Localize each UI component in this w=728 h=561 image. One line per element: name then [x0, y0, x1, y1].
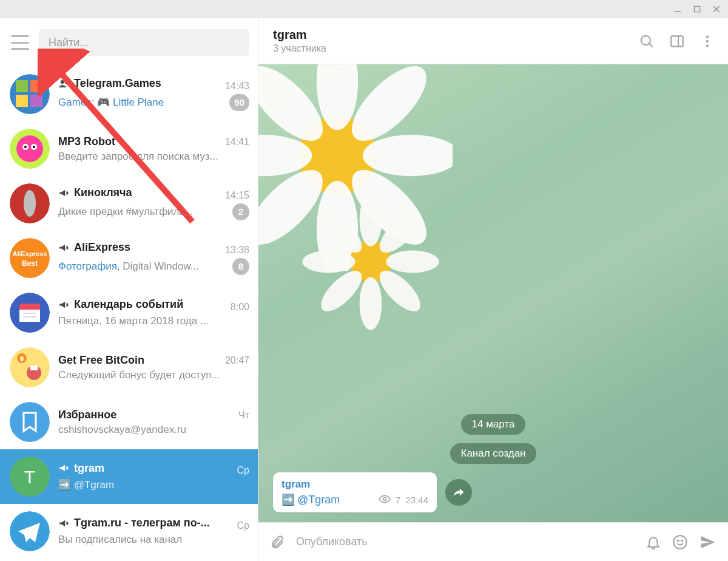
svg-point-40	[706, 35, 709, 38]
svg-point-16	[33, 146, 35, 148]
notifications-button[interactable]	[645, 534, 661, 550]
chat-avatar	[10, 74, 50, 114]
svg-line-37	[649, 44, 653, 47]
svg-point-64	[681, 540, 682, 541]
message-time: 23:44	[405, 495, 428, 505]
svg-text:AliExpress: AliExpress	[13, 250, 47, 257]
chat-avatar	[10, 293, 50, 333]
chat-avatar: ฿	[10, 347, 50, 387]
svg-point-15	[24, 146, 27, 148]
svg-point-18	[24, 190, 36, 217]
message-bubble[interactable]: tgram ➡️ @Tgram 7 23:44	[273, 472, 437, 512]
svg-point-55	[302, 251, 355, 273]
chat-preview: Games: 🎮 Little Plane	[58, 96, 224, 109]
chat-preview: ➡️ @Tgram	[58, 478, 249, 491]
svg-rect-24	[19, 310, 40, 322]
unread-badge: 2	[232, 203, 249, 220]
message-sender: tgram	[281, 478, 428, 491]
chat-title: Telegram.Games	[74, 77, 161, 90]
svg-text:T: T	[24, 467, 35, 487]
message-input[interactable]	[296, 536, 635, 548]
chat-time: Ср	[237, 465, 249, 476]
chat-list-item[interactable]: MP3 Robot14:41Введите запрос для поиска …	[0, 121, 258, 176]
date-pill: 14 марта	[461, 414, 526, 435]
chat-title: Избранное	[58, 409, 116, 421]
chat-preview: Вы подписались на канал	[58, 534, 249, 546]
chat-avatar	[10, 402, 50, 442]
svg-rect-38	[671, 36, 683, 46]
chat-header[interactable]: tgram 3 участника	[258, 18, 728, 64]
chat-list-item[interactable]: TtgramСр➡️ @Tgram	[0, 449, 258, 504]
svg-rect-31	[30, 365, 38, 370]
message-views: 7	[396, 495, 400, 505]
chat-preview: cshishovsckaya@yandex.ru	[58, 424, 249, 436]
chat-time: 8:00	[231, 302, 249, 313]
window-minimize-button[interactable]	[672, 4, 683, 15]
chat-list-item[interactable]: Кинокляча14:15Дикие предки #мультфиль...…	[0, 176, 258, 231]
chat-time: Ср	[237, 520, 249, 531]
chat-list-item[interactable]: Telegram.Games14:43Games: 🎮 Little Plane…	[0, 67, 258, 121]
chat-list-item[interactable]: Календарь событий8:00Пятница, 16 марта 2…	[0, 285, 258, 340]
attach-button[interactable]	[269, 534, 285, 550]
chat-messages-area[interactable]: 14 марта Канал создан tgram ➡️ @Tgram	[258, 64, 728, 522]
unread-badge: 8	[232, 258, 249, 275]
svg-point-61	[383, 497, 386, 500]
search-input[interactable]: Найти...	[39, 29, 249, 56]
search-in-chat-button[interactable]	[637, 32, 656, 51]
svg-point-12	[16, 135, 43, 162]
chat-list-item[interactable]: ฿Get Free BitCoin20:47Следующий бонус бу…	[0, 340, 258, 395]
side-panel-button[interactable]	[667, 32, 687, 51]
chat-list-item[interactable]: AliExpressBestAliExpress13:38Фотография,…	[0, 231, 258, 285]
chat-list-item[interactable]: ИзбранноеЧтcshishovsckaya@yandex.ru	[0, 395, 258, 449]
chat-avatar	[10, 511, 50, 551]
chat-title: Календарь событий	[74, 298, 183, 311]
emoji-button[interactable]	[672, 534, 688, 550]
chat-avatar: T	[10, 457, 50, 497]
main-menu-button[interactable]	[11, 35, 29, 50]
chat-title: tgram	[74, 462, 104, 475]
group-icon	[58, 78, 69, 89]
window-titlebar	[0, 0, 728, 18]
chat-title: AliExpress	[74, 241, 130, 254]
svg-point-32	[10, 402, 50, 442]
chat-sidebar: Найти... Telegram.Games14:43Games: 🎮 Lit…	[0, 18, 258, 561]
more-options-button[interactable]	[698, 32, 717, 51]
svg-point-47	[363, 135, 453, 176]
svg-rect-5	[16, 80, 28, 92]
system-message-pill: Канал создан	[450, 443, 537, 464]
svg-point-42	[706, 44, 709, 47]
window-close-button[interactable]	[711, 4, 722, 15]
svg-text:฿: ฿	[20, 355, 24, 362]
background-flower-icon	[301, 192, 440, 332]
svg-point-10	[65, 81, 68, 84]
share-button[interactable]	[445, 479, 472, 506]
window-maximize-button[interactable]	[692, 4, 703, 15]
chat-time: 13:38	[225, 245, 249, 256]
megaphone-icon	[58, 463, 69, 474]
chat-title: Кинокляча	[74, 186, 132, 199]
chat-avatar	[10, 183, 50, 223]
chat-time: Чт	[238, 410, 249, 421]
megaphone-icon	[58, 299, 69, 310]
svg-point-41	[706, 39, 709, 42]
svg-rect-1	[694, 6, 699, 12]
chat-avatar: AliExpressBest	[10, 238, 50, 278]
svg-point-4	[10, 74, 50, 114]
message-composer	[258, 522, 728, 561]
svg-text:Best: Best	[22, 259, 38, 268]
chat-title: Get Free BitCoin	[58, 354, 144, 367]
send-button[interactable]	[699, 533, 717, 551]
chat-preview: Дикие предки #мультфиль...	[58, 206, 228, 218]
message-handle: @Tgram	[297, 494, 340, 506]
chat-title: Tgram.ru - телеграм по-...	[74, 517, 210, 529]
unread-badge: 90	[229, 94, 249, 111]
svg-rect-6	[30, 80, 42, 92]
megaphone-icon	[58, 242, 69, 253]
svg-rect-8	[30, 95, 42, 107]
svg-point-62	[673, 536, 687, 549]
svg-rect-7	[16, 95, 28, 107]
svg-point-53	[360, 193, 382, 246]
chat-list-item[interactable]: Tgram.ru - телеграм по-...СрВы подписали…	[0, 504, 258, 559]
arrow-emoji-icon: ➡️	[281, 493, 295, 506]
chat-header-title: tgram	[273, 28, 626, 42]
